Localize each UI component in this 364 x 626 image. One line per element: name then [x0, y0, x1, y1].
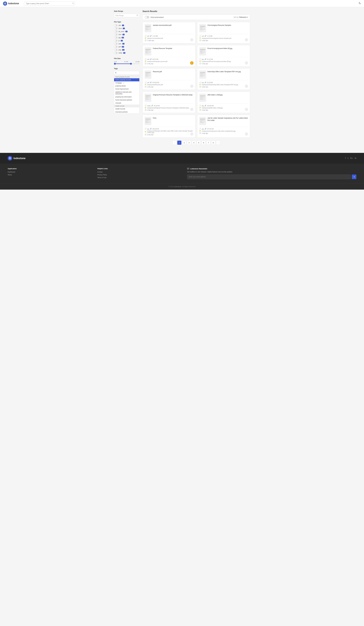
newsletter-email-input[interactable] [187, 175, 351, 179]
toggle-pdf[interactable] [114, 46, 118, 48]
footer-link-dashboard[interactable]: Dashboard [8, 171, 92, 173]
toggle-png[interactable] [114, 49, 118, 51]
sort-control[interactable]: Sort by: Relevance ▾ [233, 16, 248, 18]
file-type-item-js: js 1 [114, 40, 139, 42]
result-card-1[interactable]: sample-resumes#test.pdf 📄 pdf 🔗 1.14 MB … [142, 22, 195, 43]
bookmark-btn-3[interactable]: ★ [190, 61, 194, 65]
footer-link-status[interactable]: Status [8, 174, 92, 176]
social-twitter[interactable]: 𝕥 [348, 157, 348, 159]
toggle-ds_store[interactable] [114, 31, 118, 33]
bookmark-btn-10[interactable]: ☆ [245, 132, 248, 136]
toggle-js[interactable] [114, 40, 118, 42]
toggle-jpg[interactable] [114, 37, 118, 39]
card-thumbnail-4 [199, 47, 206, 55]
pagination-next[interactable]: › [216, 141, 220, 145]
copyright-text: © 2018 Lodestone. All Rights Reserved. [168, 186, 196, 188]
card-type-9: jpg [147, 128, 149, 130]
date-range-input[interactable]: Date Range [114, 14, 139, 17]
social-facebook[interactable]: f [345, 157, 346, 159]
tag-item-property-tax[interactable]: property-tax-information [114, 95, 139, 98]
clock-icon: 🕐 [199, 109, 201, 111]
bookmarked-toggle-switch[interactable] [145, 16, 149, 18]
toggle-doc[interactable] [114, 24, 118, 26]
pagination-prev[interactable]: ‹ [172, 141, 176, 145]
footer-link-contact[interactable]: Contact [98, 171, 182, 173]
result-card-3[interactable]: Federal Resume Template 📄 pdf 🔗 92.07 KB… [142, 45, 195, 67]
range-thumb-left[interactable] [114, 63, 116, 65]
logo[interactable]: lodestone [3, 1, 19, 6]
footer-link-terms[interactable]: Terms of Use [98, 177, 182, 179]
file-type-badge-docx: 3 [123, 28, 125, 29]
social-linkedin[interactable]: in [355, 157, 356, 159]
tag-item-insurance-policies[interactable]: insurance-policies [114, 110, 139, 114]
toggle-html[interactable] [114, 34, 118, 36]
bookmark-btn-4[interactable]: ☆ [245, 61, 248, 65]
social-google-plus[interactable]: G+ [350, 157, 353, 159]
tags-search-input[interactable] [114, 71, 139, 75]
results-title: Search Results [142, 10, 157, 12]
card-title-8: offer-letter-1-638.jpg [207, 94, 248, 96]
tag-item-home-insurance[interactable]: home-insurance-policies [114, 98, 139, 102]
bookmark-btn-2[interactable]: ☆ [245, 38, 248, 41]
pagination-page-4[interactable]: 4 [192, 141, 196, 145]
result-card-10[interactable]: Job fer Letter Sample Inspirationa Job F… [197, 115, 250, 138]
card-meta-date-3: 🕐 a day ago [145, 63, 193, 64]
bookmark-btn-1[interactable]: ☆ [190, 38, 194, 41]
pagination-page-6[interactable]: 6 [201, 141, 205, 145]
card-meta-path-2: 📁 employment/chronological-resume-sample… [199, 37, 248, 39]
clock-icon: 🕐 [199, 39, 201, 41]
toggle-docx[interactable] [114, 27, 118, 30]
pagination-page-5[interactable]: 5 [197, 141, 201, 145]
svg-point-3 [72, 3, 74, 4]
tag-item-manuals[interactable]: manuals [114, 102, 139, 105]
clock-icon: 🕐 [145, 86, 146, 88]
pagination-page-2[interactable]: 2 [182, 141, 186, 145]
file-type-icon: 📄 [145, 58, 146, 60]
activity-icon[interactable] [358, 2, 361, 5]
main-container: Date Range Date Range File Type doc 1 do… [112, 7, 252, 153]
result-card-2[interactable]: Chronological Resume Samples 📄 pdf 🔗 1.1… [197, 22, 250, 43]
date-range-section: Date Range Date Range [114, 10, 139, 17]
card-type-7: webp [147, 105, 151, 107]
card-size-8: 122.89 KB [207, 105, 214, 107]
tag-item-home-improvement[interactable]: home-improvement [114, 87, 139, 90]
range-thumb-right[interactable] [130, 63, 132, 65]
pagination-page-1[interactable]: 1 [177, 141, 181, 145]
tag-item-mortgage[interactable]: mortgage 2 [114, 81, 139, 84]
result-card-6[interactable]: Internship-Offer-Letter-Template-PDF-min… [197, 68, 250, 90]
toggle-json[interactable] [114, 43, 118, 45]
file-type-icon: 📄 [145, 35, 146, 37]
result-card-8[interactable]: offer-letter-1-638.jpg 📄 jpg 🔗 122.89 KB… [197, 92, 250, 113]
tag-item-appliance-manuals[interactable]: appliance-manuals-and-warranties [114, 90, 139, 95]
bookmark-btn-9[interactable]: ☆ [190, 132, 194, 136]
size-icon: 🔗 [204, 81, 206, 83]
footer-link-privacy[interactable]: Privacy Policy [98, 174, 182, 176]
pagination-page-7[interactable]: 7 [206, 141, 210, 145]
bookmark-btn-7[interactable]: ☆ [190, 108, 194, 111]
file-type-icon: 📄 [199, 105, 201, 107]
tag-item-health-records[interactable]: health-records [114, 107, 139, 110]
newsletter-submit-button[interactable] [352, 175, 356, 179]
search-container [24, 1, 75, 6]
size-mid: 20 MB [124, 61, 128, 62]
tag-item-home-property-records[interactable]: home-property-records [114, 78, 139, 81]
tags-title: Tags [114, 68, 139, 70]
search-button[interactable] [72, 2, 74, 4]
file-type-item-docx: docx 3 [114, 27, 139, 30]
pagination-page-3[interactable]: 3 [187, 141, 191, 145]
tag-item-property-deeds[interactable]: property-deeds [114, 84, 139, 87]
card-meta-7: 📄 webp 🔗 55.18 KB 📁 employment/Original-… [145, 103, 193, 111]
result-card-5[interactable]: Resume.pdf 📄 pdf 🔗 675.99 KB 📁 employmen… [142, 68, 195, 90]
card-meta-date-1: 🕐 7 days ago [145, 39, 193, 41]
result-card-9[interactable]: Print 📄 jpg 🔗 185.38 KB 📁 employment/Sam… [142, 115, 195, 138]
result-card-7[interactable]: Original-Premium-Resume-Template-2-400x5… [142, 92, 195, 113]
bookmark-btn-5[interactable]: ☆ [190, 84, 194, 88]
bookmark-btn-8[interactable]: ☆ [245, 108, 248, 111]
toggle-knob [145, 16, 147, 18]
bookmark-btn-6[interactable]: ☆ [245, 84, 248, 88]
result-card-4[interactable]: Proof-of-employment-letter-06.jpg 📄 jpg … [197, 45, 250, 67]
toggle-webp[interactable] [114, 52, 118, 54]
search-input[interactable] [24, 1, 75, 6]
pagination-page-8[interactable]: 8 [211, 141, 215, 145]
card-type-2: pdf [202, 35, 204, 37]
